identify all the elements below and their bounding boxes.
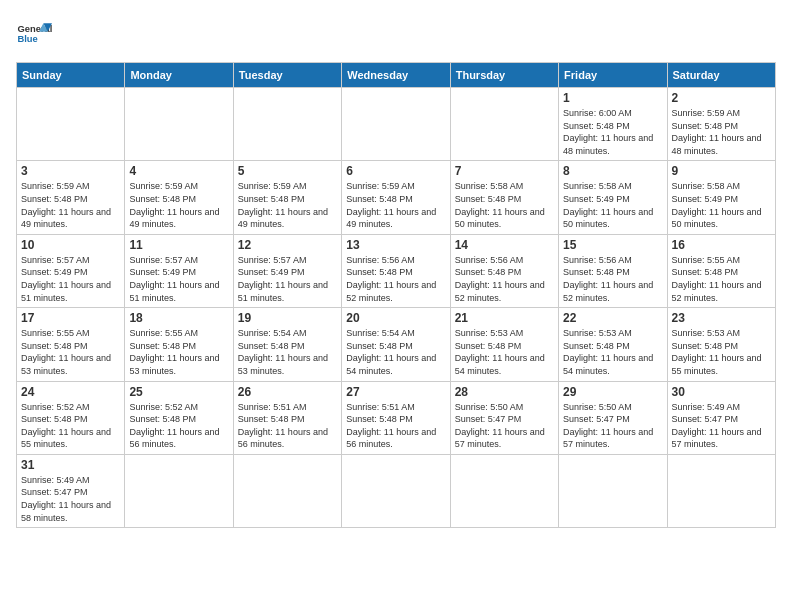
day-info: Sunrise: 5:55 AM Sunset: 5:48 PM Dayligh… bbox=[129, 327, 228, 377]
calendar-week-row: 10Sunrise: 5:57 AM Sunset: 5:49 PM Dayli… bbox=[17, 234, 776, 307]
day-info: Sunrise: 5:59 AM Sunset: 5:48 PM Dayligh… bbox=[238, 180, 337, 230]
calendar-cell: 23Sunrise: 5:53 AM Sunset: 5:48 PM Dayli… bbox=[667, 308, 775, 381]
day-info: Sunrise: 5:59 AM Sunset: 5:48 PM Dayligh… bbox=[129, 180, 228, 230]
day-info: Sunrise: 5:56 AM Sunset: 5:48 PM Dayligh… bbox=[563, 254, 662, 304]
calendar-cell: 18Sunrise: 5:55 AM Sunset: 5:48 PM Dayli… bbox=[125, 308, 233, 381]
day-info: Sunrise: 5:53 AM Sunset: 5:48 PM Dayligh… bbox=[455, 327, 554, 377]
col-header-sunday: Sunday bbox=[17, 63, 125, 88]
day-info: Sunrise: 5:50 AM Sunset: 5:47 PM Dayligh… bbox=[455, 401, 554, 451]
day-info: Sunrise: 5:55 AM Sunset: 5:48 PM Dayligh… bbox=[21, 327, 120, 377]
day-info: Sunrise: 5:52 AM Sunset: 5:48 PM Dayligh… bbox=[21, 401, 120, 451]
day-info: Sunrise: 6:00 AM Sunset: 5:48 PM Dayligh… bbox=[563, 107, 662, 157]
day-number: 27 bbox=[346, 385, 445, 399]
day-number: 31 bbox=[21, 458, 120, 472]
day-info: Sunrise: 5:53 AM Sunset: 5:48 PM Dayligh… bbox=[563, 327, 662, 377]
day-number: 26 bbox=[238, 385, 337, 399]
day-number: 20 bbox=[346, 311, 445, 325]
day-info: Sunrise: 5:57 AM Sunset: 5:49 PM Dayligh… bbox=[21, 254, 120, 304]
col-header-thursday: Thursday bbox=[450, 63, 558, 88]
calendar-cell bbox=[559, 454, 667, 527]
day-number: 1 bbox=[563, 91, 662, 105]
calendar-cell: 27Sunrise: 5:51 AM Sunset: 5:48 PM Dayli… bbox=[342, 381, 450, 454]
calendar-week-row: 1Sunrise: 6:00 AM Sunset: 5:48 PM Daylig… bbox=[17, 88, 776, 161]
calendar-week-row: 17Sunrise: 5:55 AM Sunset: 5:48 PM Dayli… bbox=[17, 308, 776, 381]
day-number: 11 bbox=[129, 238, 228, 252]
day-number: 4 bbox=[129, 164, 228, 178]
day-info: Sunrise: 5:50 AM Sunset: 5:47 PM Dayligh… bbox=[563, 401, 662, 451]
day-info: Sunrise: 5:51 AM Sunset: 5:48 PM Dayligh… bbox=[346, 401, 445, 451]
day-number: 7 bbox=[455, 164, 554, 178]
page-header: General Blue bbox=[16, 16, 776, 52]
calendar-cell bbox=[342, 454, 450, 527]
calendar-cell: 29Sunrise: 5:50 AM Sunset: 5:47 PM Dayli… bbox=[559, 381, 667, 454]
calendar-cell: 22Sunrise: 5:53 AM Sunset: 5:48 PM Dayli… bbox=[559, 308, 667, 381]
calendar-cell: 28Sunrise: 5:50 AM Sunset: 5:47 PM Dayli… bbox=[450, 381, 558, 454]
day-info: Sunrise: 5:49 AM Sunset: 5:47 PM Dayligh… bbox=[21, 474, 120, 524]
day-info: Sunrise: 5:58 AM Sunset: 5:49 PM Dayligh… bbox=[563, 180, 662, 230]
calendar-cell: 30Sunrise: 5:49 AM Sunset: 5:47 PM Dayli… bbox=[667, 381, 775, 454]
day-number: 5 bbox=[238, 164, 337, 178]
calendar-table: SundayMondayTuesdayWednesdayThursdayFrid… bbox=[16, 62, 776, 528]
day-info: Sunrise: 5:51 AM Sunset: 5:48 PM Dayligh… bbox=[238, 401, 337, 451]
calendar-cell bbox=[125, 88, 233, 161]
day-number: 29 bbox=[563, 385, 662, 399]
day-info: Sunrise: 5:59 AM Sunset: 5:48 PM Dayligh… bbox=[346, 180, 445, 230]
calendar-cell: 5Sunrise: 5:59 AM Sunset: 5:48 PM Daylig… bbox=[233, 161, 341, 234]
calendar-cell bbox=[233, 454, 341, 527]
day-number: 6 bbox=[346, 164, 445, 178]
calendar-cell: 12Sunrise: 5:57 AM Sunset: 5:49 PM Dayli… bbox=[233, 234, 341, 307]
calendar-cell: 8Sunrise: 5:58 AM Sunset: 5:49 PM Daylig… bbox=[559, 161, 667, 234]
day-info: Sunrise: 5:57 AM Sunset: 5:49 PM Dayligh… bbox=[129, 254, 228, 304]
day-info: Sunrise: 5:54 AM Sunset: 5:48 PM Dayligh… bbox=[238, 327, 337, 377]
calendar-cell: 6Sunrise: 5:59 AM Sunset: 5:48 PM Daylig… bbox=[342, 161, 450, 234]
day-number: 10 bbox=[21, 238, 120, 252]
day-info: Sunrise: 5:58 AM Sunset: 5:49 PM Dayligh… bbox=[672, 180, 771, 230]
col-header-monday: Monday bbox=[125, 63, 233, 88]
day-info: Sunrise: 5:58 AM Sunset: 5:48 PM Dayligh… bbox=[455, 180, 554, 230]
day-number: 24 bbox=[21, 385, 120, 399]
day-info: Sunrise: 5:53 AM Sunset: 5:48 PM Dayligh… bbox=[672, 327, 771, 377]
calendar-cell: 3Sunrise: 5:59 AM Sunset: 5:48 PM Daylig… bbox=[17, 161, 125, 234]
calendar-cell bbox=[17, 88, 125, 161]
calendar-cell: 13Sunrise: 5:56 AM Sunset: 5:48 PM Dayli… bbox=[342, 234, 450, 307]
day-info: Sunrise: 5:52 AM Sunset: 5:48 PM Dayligh… bbox=[129, 401, 228, 451]
calendar-cell: 11Sunrise: 5:57 AM Sunset: 5:49 PM Dayli… bbox=[125, 234, 233, 307]
day-number: 14 bbox=[455, 238, 554, 252]
calendar-cell bbox=[233, 88, 341, 161]
day-info: Sunrise: 5:59 AM Sunset: 5:48 PM Dayligh… bbox=[21, 180, 120, 230]
day-info: Sunrise: 5:59 AM Sunset: 5:48 PM Dayligh… bbox=[672, 107, 771, 157]
logo: General Blue bbox=[16, 16, 52, 52]
day-number: 28 bbox=[455, 385, 554, 399]
calendar-cell: 4Sunrise: 5:59 AM Sunset: 5:48 PM Daylig… bbox=[125, 161, 233, 234]
day-number: 18 bbox=[129, 311, 228, 325]
day-info: Sunrise: 5:57 AM Sunset: 5:49 PM Dayligh… bbox=[238, 254, 337, 304]
calendar-cell: 7Sunrise: 5:58 AM Sunset: 5:48 PM Daylig… bbox=[450, 161, 558, 234]
day-number: 23 bbox=[672, 311, 771, 325]
day-info: Sunrise: 5:54 AM Sunset: 5:48 PM Dayligh… bbox=[346, 327, 445, 377]
col-header-wednesday: Wednesday bbox=[342, 63, 450, 88]
calendar-cell: 17Sunrise: 5:55 AM Sunset: 5:48 PM Dayli… bbox=[17, 308, 125, 381]
calendar-cell bbox=[342, 88, 450, 161]
calendar-cell bbox=[450, 454, 558, 527]
calendar-cell: 1Sunrise: 6:00 AM Sunset: 5:48 PM Daylig… bbox=[559, 88, 667, 161]
calendar-cell: 10Sunrise: 5:57 AM Sunset: 5:49 PM Dayli… bbox=[17, 234, 125, 307]
day-number: 3 bbox=[21, 164, 120, 178]
day-number: 12 bbox=[238, 238, 337, 252]
day-number: 2 bbox=[672, 91, 771, 105]
calendar-header-row: SundayMondayTuesdayWednesdayThursdayFrid… bbox=[17, 63, 776, 88]
calendar-week-row: 24Sunrise: 5:52 AM Sunset: 5:48 PM Dayli… bbox=[17, 381, 776, 454]
calendar-cell: 14Sunrise: 5:56 AM Sunset: 5:48 PM Dayli… bbox=[450, 234, 558, 307]
logo-icon: General Blue bbox=[16, 16, 52, 52]
day-number: 9 bbox=[672, 164, 771, 178]
day-info: Sunrise: 5:49 AM Sunset: 5:47 PM Dayligh… bbox=[672, 401, 771, 451]
calendar-cell: 26Sunrise: 5:51 AM Sunset: 5:48 PM Dayli… bbox=[233, 381, 341, 454]
day-info: Sunrise: 5:55 AM Sunset: 5:48 PM Dayligh… bbox=[672, 254, 771, 304]
col-header-tuesday: Tuesday bbox=[233, 63, 341, 88]
day-number: 16 bbox=[672, 238, 771, 252]
calendar-cell: 25Sunrise: 5:52 AM Sunset: 5:48 PM Dayli… bbox=[125, 381, 233, 454]
calendar-cell: 16Sunrise: 5:55 AM Sunset: 5:48 PM Dayli… bbox=[667, 234, 775, 307]
calendar-cell bbox=[450, 88, 558, 161]
calendar-cell bbox=[125, 454, 233, 527]
svg-text:Blue: Blue bbox=[17, 34, 37, 44]
day-number: 8 bbox=[563, 164, 662, 178]
